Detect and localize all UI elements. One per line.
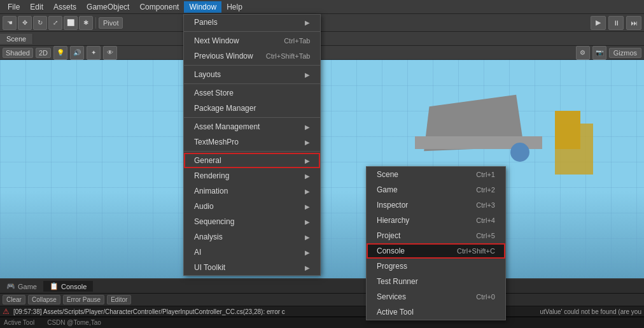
sep-3	[184, 83, 320, 84]
sequencing-arrow: ▶	[305, 218, 310, 225]
menu-asset-management[interactable]: Asset Management ▶	[184, 119, 320, 134]
game-shortcut: Ctrl+2	[476, 186, 495, 194]
menu-textmeshpro[interactable]: TextMeshPro ▶	[184, 134, 320, 150]
submenu-progress[interactable]: Progress	[367, 259, 505, 274]
services-shortcut: Ctrl+0	[476, 293, 495, 301]
menu-prev-window[interactable]: Previous Window Ctrl+Shift+Tab	[184, 48, 320, 64]
menu-next-window[interactable]: Next Window Ctrl+Tab	[184, 33, 320, 48]
scene-shortcut: Ctrl+1	[476, 171, 495, 178]
animation-arrow: ▶	[305, 188, 310, 195]
menu-audio[interactable]: Audio ▶	[184, 199, 320, 214]
analysis-arrow: ▶	[305, 234, 310, 241]
rendering-arrow: ▶	[305, 173, 310, 180]
menu-package-manager[interactable]: Package Manager	[184, 101, 320, 116]
uitoolkit-arrow: ▶	[305, 264, 310, 271]
menu-asset-store[interactable]: Asset Store	[184, 85, 320, 101]
prev-window-shortcut: Ctrl+Shift+Tab	[266, 52, 311, 60]
asset-mgmt-arrow: ▶	[305, 124, 310, 131]
submenu-test-runner[interactable]: Test Runner	[367, 274, 505, 289]
textmesh-arrow: ▶	[305, 139, 310, 146]
menu-sequencing[interactable]: Sequencing ▶	[184, 214, 320, 229]
submenu-active-tool[interactable]: Active Tool	[367, 304, 505, 320]
submenu-services[interactable]: Services Ctrl+0	[367, 289, 505, 304]
general-submenu: Scene Ctrl+1 Game Ctrl+2 Inspector Ctrl+…	[366, 166, 506, 320]
menu-layouts[interactable]: Layouts ▶	[184, 67, 320, 82]
inspector-shortcut: Ctrl+3	[476, 201, 495, 209]
menu-ai[interactable]: AI ▶	[184, 245, 320, 260]
submenu-inspector[interactable]: Inspector Ctrl+3	[367, 197, 505, 213]
project-shortcut: Ctrl+5	[476, 232, 495, 239]
window-dropdown: Panels ▶ Next Window Ctrl+Tab Previous W…	[183, 14, 321, 276]
submenu-console[interactable]: Console Ctrl+Shift+C	[367, 243, 505, 259]
submenu-project[interactable]: Project Ctrl+5	[367, 228, 505, 243]
panels-arrow: ▶	[305, 19, 310, 26]
menu-panels[interactable]: Panels ▶	[184, 15, 320, 30]
submenu-hierarchy[interactable]: Hierarchy Ctrl+4	[367, 213, 505, 228]
next-window-shortcut: Ctrl+Tab	[284, 37, 310, 45]
submenu-game[interactable]: Game Ctrl+2	[367, 182, 505, 197]
submenu-scene[interactable]: Scene Ctrl+1	[367, 167, 505, 182]
menu-general[interactable]: General ▶	[184, 153, 320, 168]
hierarchy-shortcut: Ctrl+4	[476, 217, 495, 224]
menu-rendering[interactable]: Rendering ▶	[184, 168, 320, 183]
layouts-arrow: ▶	[305, 71, 310, 78]
sep-1	[184, 31, 320, 32]
menu-animation[interactable]: Animation ▶	[184, 183, 320, 199]
audio-arrow: ▶	[305, 203, 310, 210]
console-shortcut: Ctrl+Shift+C	[457, 247, 495, 255]
sep-2	[184, 65, 320, 66]
ai-arrow: ▶	[305, 249, 310, 256]
sep-5	[184, 151, 320, 152]
sep-4	[184, 117, 320, 118]
menu-ui-toolkit[interactable]: UI Toolkit ▶	[184, 260, 320, 275]
dropdown-overlay: Panels ▶ Next Window Ctrl+Tab Previous W…	[0, 0, 644, 328]
menu-analysis[interactable]: Analysis ▶	[184, 229, 320, 245]
general-arrow: ▶	[305, 157, 310, 164]
